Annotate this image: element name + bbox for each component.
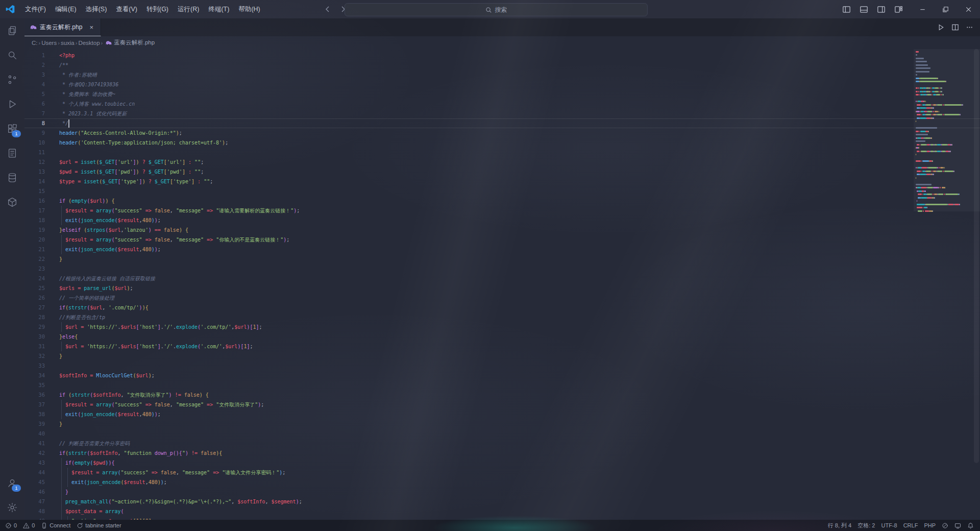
status-indentation[interactable]: 空格: 2 — [854, 520, 878, 531]
activity-bar-search[interactable] — [0, 43, 24, 67]
code-line[interactable]: 48 $post_data = array( — [24, 506, 980, 516]
code-line[interactable]: 41// 判断是否需要文件分享密码 — [24, 439, 980, 448]
code-line[interactable]: 10header('Content-Type:application/json;… — [24, 138, 980, 148]
code-line[interactable]: 35 — [24, 380, 980, 390]
menu-item[interactable]: 编辑(E) — [51, 0, 81, 18]
close-button[interactable] — [957, 0, 980, 18]
status-cursor-position[interactable]: 行 8, 列 4 — [825, 520, 854, 531]
toggle-sidebar-icon[interactable] — [839, 3, 854, 16]
command-center-search[interactable]: 搜索 — [345, 3, 648, 16]
code-line[interactable]: 3 * 作者:苏晓晴 — [24, 70, 980, 80]
status-eol[interactable]: CRLF — [900, 520, 921, 531]
menu-item[interactable]: 帮助(H) — [234, 0, 264, 18]
code-line[interactable]: 44 $result = array("success" => false, "… — [24, 468, 980, 477]
code-line[interactable]: 6 * 个人博客 www.toubiec.cn — [24, 99, 980, 109]
activity-bar-extensions[interactable]: 1 — [0, 116, 24, 141]
code-line[interactable]: 43 if(empty($pwd)){ — [24, 458, 980, 468]
menu-item[interactable]: 运行(R) — [173, 0, 204, 18]
vertical-scrollbar[interactable] — [973, 49, 980, 520]
code-line[interactable]: 47 preg_match_all("~action=(.*?)&sign=(.… — [24, 497, 980, 506]
code-line[interactable]: 14$type = isset($_GET['type']) ? $_GET['… — [24, 177, 980, 186]
code-line[interactable]: 27if(strstr($url, '.com/tp/')){ — [24, 303, 980, 312]
menu-item[interactable]: 文件(F) — [20, 0, 51, 18]
activity-bar-package[interactable] — [0, 190, 24, 214]
activity-bar-explorer[interactable] — [0, 18, 24, 43]
code-line[interactable]: 12$url = isset($_GET['url']) ? $_GET['ur… — [24, 157, 980, 167]
split-editor-icon[interactable] — [948, 21, 962, 34]
code-line[interactable]: 30}else{ — [24, 332, 980, 342]
run-php-icon[interactable] — [934, 21, 947, 34]
breadcrumb-item[interactable]: Desktop — [78, 40, 100, 46]
code-line[interactable]: 49 "action" => $segment[1][0], — [24, 516, 980, 520]
code-line[interactable]: 29 $url = 'https://'.$urls['host'].'/'.e… — [24, 322, 980, 332]
tab-active-file[interactable]: 蓝奏云解析.php × — [24, 18, 101, 36]
code-line[interactable]: 24//根据传入的蓝奏云链接 自适应获取链接 — [24, 274, 980, 283]
status-tabnine-status[interactable] — [939, 520, 951, 531]
code-line[interactable]: 39} — [24, 419, 980, 429]
code-line[interactable]: 22} — [24, 254, 980, 264]
code-line[interactable]: 34$softInfo = MloocCurlGet($url); — [24, 371, 980, 380]
code-line[interactable]: 4 * 作者QQ:3074193836 — [24, 80, 980, 89]
menu-item[interactable]: 转到(G) — [142, 0, 173, 18]
code-line[interactable]: 33 — [24, 361, 980, 371]
breadcrumb-item[interactable]: C: — [32, 40, 38, 46]
code-line[interactable]: 20 $result = array("success" => false, "… — [24, 235, 980, 245]
code-line[interactable]: 26// 一个简单的链接处理 — [24, 293, 980, 303]
code-line[interactable]: 40 — [24, 429, 980, 439]
code-line[interactable]: 13$pwd = isset($_GET['pwd']) ? $_GET['pw… — [24, 167, 980, 177]
code-line[interactable]: 17 $result = array("success" => false, "… — [24, 206, 980, 215]
activity-bar-database[interactable] — [0, 165, 24, 190]
code-line[interactable]: 8 */ — [24, 118, 980, 128]
code-line[interactable]: 37 $result = array("success" => false, "… — [24, 400, 980, 409]
status-notifications[interactable] — [964, 520, 977, 531]
more-actions-icon[interactable] — [963, 21, 976, 34]
code-line[interactable]: 1<?php — [24, 51, 980, 60]
code-line[interactable]: 2/** — [24, 60, 980, 70]
code-line[interactable]: 5 * 免费脚本 请勿收费~ — [24, 89, 980, 99]
status-language-mode[interactable]: PHP — [921, 520, 939, 531]
code-line[interactable]: 36if (strstr($softInfo, "文件取消分享了") != fa… — [24, 390, 980, 400]
menu-item[interactable]: 终端(T) — [204, 0, 234, 18]
code-line[interactable]: 25$urls = parse_url($url); — [24, 283, 980, 293]
status-connect[interactable]: Connect — [38, 520, 74, 531]
status-encoding[interactable]: UTF-8 — [878, 520, 900, 531]
code-line[interactable]: 18 exit(json_encode($result,480)); — [24, 215, 980, 225]
breadcrumb-file[interactable]: 蓝奏云解析.php — [105, 39, 155, 46]
code-line[interactable]: 31 $url = 'https://'.$urls['host'].'/'.e… — [24, 342, 980, 351]
code-line[interactable]: 23 — [24, 264, 980, 274]
status-warnings[interactable]: 0 — [20, 520, 38, 531]
activity-bar-run-debug[interactable] — [0, 92, 24, 116]
code-line[interactable]: 19}elseif (strpos($url,'lanzou') == fals… — [24, 225, 980, 235]
breadcrumb-item[interactable]: Users — [41, 40, 57, 46]
status-remote-screen[interactable] — [951, 520, 964, 531]
restore-button[interactable] — [934, 0, 957, 18]
code-line[interactable]: 11 — [24, 148, 980, 157]
tab-close-icon[interactable]: × — [87, 23, 95, 31]
status-errors[interactable]: 0 — [2, 520, 20, 531]
toggle-secondary-sidebar-icon[interactable] — [873, 3, 889, 16]
back-icon[interactable] — [324, 5, 332, 13]
customize-layout-icon[interactable] — [891, 3, 906, 16]
minimap[interactable] — [916, 49, 973, 520]
code-editor[interactable]: 1<?php2/**3 * 作者:苏晓晴4 * 作者QQ:30741938365… — [24, 49, 980, 520]
code-line[interactable]: 9header("Access-Control-Allow-Origin:*")… — [24, 128, 980, 138]
code-line[interactable]: 45 exit(json_encode($result,480)); — [24, 477, 980, 487]
code-line[interactable]: 42if(strstr($softInfo, "function down_p(… — [24, 448, 980, 458]
activity-bar-source-control[interactable] — [0, 67, 24, 92]
menu-item[interactable]: 选择(S) — [81, 0, 112, 18]
menu-item[interactable]: 查看(V) — [111, 0, 142, 18]
code-line[interactable]: 32} — [24, 351, 980, 361]
code-line[interactable]: 15 — [24, 186, 980, 196]
breadcrumb-item[interactable]: suxia — [61, 40, 75, 46]
status-tabnine[interactable]: tabnine starter — [74, 520, 124, 531]
code-line[interactable]: 21 exit(json_encode($result,480)); — [24, 245, 980, 254]
code-line[interactable]: 28//判断是否包含/tp — [24, 312, 980, 322]
code-line[interactable]: 38 exit(json_encode($result,480)); — [24, 409, 980, 419]
activity-bar-settings[interactable] — [0, 495, 24, 520]
code-line[interactable]: 16if (empty($url)) { — [24, 196, 980, 206]
toggle-panel-icon[interactable] — [856, 3, 871, 16]
scrollbar-thumb[interactable] — [974, 49, 979, 463]
activity-bar-notebook[interactable] — [0, 141, 24, 165]
minimize-button[interactable] — [911, 0, 934, 18]
code-line[interactable]: 46 } — [24, 487, 980, 497]
